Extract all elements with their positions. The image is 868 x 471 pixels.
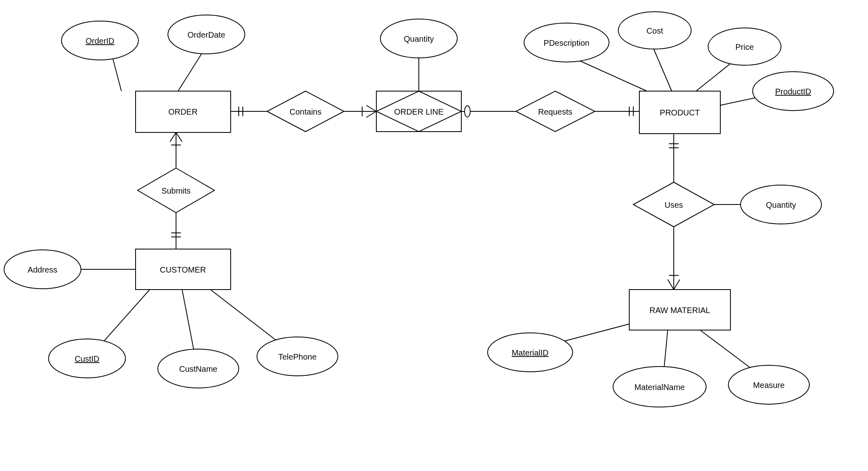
label-entity-rawmaterial: RAW MATERIAL xyxy=(649,306,710,315)
label-attr-custname: CustName xyxy=(179,364,217,373)
label-attr-price: Price xyxy=(735,43,754,51)
label-entity-order: ORDER xyxy=(168,107,197,116)
svg-line-7 xyxy=(366,111,376,117)
svg-line-35 xyxy=(668,279,674,290)
label-rel-requests: Requests xyxy=(538,107,573,116)
label-rel-uses: Uses xyxy=(664,200,683,209)
label-attr-orderdate: OrderDate xyxy=(187,30,225,39)
svg-line-29 xyxy=(182,290,194,352)
label-rel-submits: Submits xyxy=(161,186,191,195)
svg-point-11 xyxy=(465,106,470,117)
label-attr-materialname: MaterialName xyxy=(635,383,685,392)
svg-line-17 xyxy=(654,49,672,91)
svg-line-21 xyxy=(170,132,176,142)
svg-line-38 xyxy=(668,134,674,144)
label-rel-contains: Contains xyxy=(290,107,322,116)
label-entity-orderline: ORDER LINE xyxy=(394,107,444,116)
label-entity-customer: CUSTOMER xyxy=(160,265,206,274)
svg-line-6 xyxy=(366,105,376,111)
svg-line-28 xyxy=(101,290,150,344)
svg-line-30 xyxy=(210,290,281,344)
label-attr-custid: CustID xyxy=(74,354,99,363)
svg-line-16 xyxy=(571,57,652,93)
label-entity-product: PRODUCT xyxy=(660,108,700,117)
label-attr-cost: Cost xyxy=(646,26,663,35)
svg-line-36 xyxy=(674,279,680,290)
label-attr-productid: ProductID xyxy=(775,87,811,96)
er-diagram: ORDER ORDER LINE PRODUCT CUSTOMER RAW MA… xyxy=(0,0,868,471)
label-attr-orderid: OrderID xyxy=(85,36,114,45)
label-attr-materialid: MaterialID xyxy=(511,348,548,357)
svg-line-42 xyxy=(700,330,757,373)
label-attr-address: Address xyxy=(28,265,57,274)
svg-line-22 xyxy=(176,132,182,142)
label-attr-measure: Measure xyxy=(753,381,785,390)
label-attr-ol-quantity: Quantity xyxy=(404,34,434,43)
svg-line-1 xyxy=(178,53,202,91)
label-attr-telephone: TelePhone xyxy=(278,352,317,361)
label-attr-pdescription: PDescription xyxy=(543,38,589,47)
label-attr-uses-quantity: Quantity xyxy=(766,200,796,209)
